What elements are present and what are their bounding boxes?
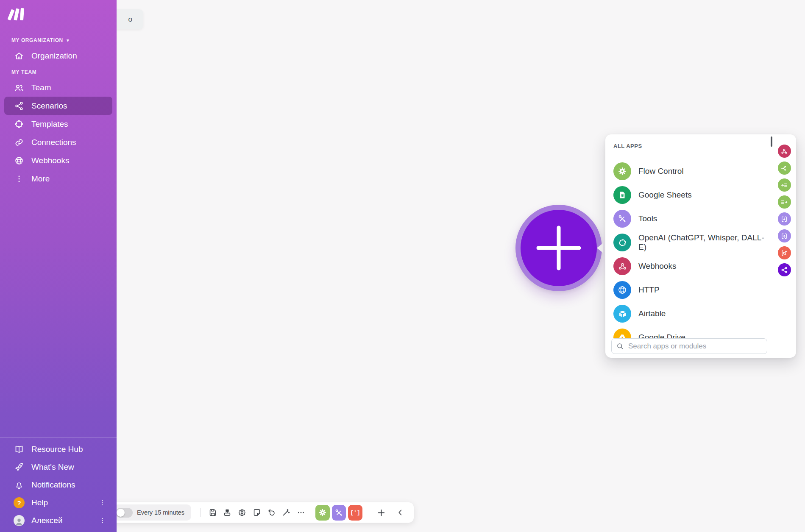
- app-row-tools[interactable]: Tools: [613, 207, 772, 231]
- more-options-button[interactable]: [294, 505, 308, 520]
- sidebar-item-organization[interactable]: Organization: [4, 47, 112, 65]
- picker-header: ALL APPS: [613, 143, 642, 149]
- app-row-flow-control[interactable]: Flow Control: [613, 159, 772, 183]
- scheduling-toggle[interactable]: [116, 508, 133, 518]
- avatar: [14, 515, 25, 526]
- sidebar-item-templates[interactable]: Templates: [4, 115, 112, 133]
- text-parser-glyph: [']: [350, 510, 360, 516]
- sidebar-item-scenarios[interactable]: Scenarios: [4, 97, 112, 115]
- organization-switcher[interactable]: MY ORGANIZATION ▼: [0, 33, 117, 47]
- sidebar-item-label: More: [31, 174, 50, 184]
- aggregator-icon[interactable]: [778, 195, 791, 209]
- undo-button[interactable]: [265, 505, 279, 520]
- tools-button[interactable]: [332, 505, 346, 521]
- sidebar-item-label: Scenarios: [31, 101, 67, 111]
- plus-icon: [533, 223, 584, 273]
- app-label: Airtable: [638, 309, 666, 318]
- globe-icon: [613, 281, 631, 299]
- sidebar-item-label: Webhooks: [31, 156, 69, 165]
- sidebar-item-label: Help: [31, 498, 48, 507]
- sidebar-item-more[interactable]: More: [4, 170, 112, 188]
- app-label: Webhooks: [638, 262, 676, 271]
- chevron-down-icon: ▼: [66, 38, 70, 43]
- gear-icon: [318, 508, 327, 517]
- app-label: Flow Control: [638, 167, 684, 176]
- app-row-openai[interactable]: OpenAI (ChatGPT, Whisper, DALL-E): [613, 231, 772, 254]
- toggle-knob: [117, 509, 125, 517]
- app-label: HTTP: [638, 285, 660, 295]
- router-icon[interactable]: [778, 162, 791, 175]
- favorites-rail: [772, 145, 796, 276]
- app-search[interactable]: [611, 338, 767, 354]
- webhook-icon: [613, 257, 631, 275]
- tools-icon: [334, 508, 343, 517]
- google-sheets-icon: [613, 186, 631, 204]
- flow-control-icon: [613, 162, 631, 180]
- iterator-icon[interactable]: [778, 178, 791, 192]
- sidebar-item-resource-hub[interactable]: Resource Hub: [4, 440, 112, 458]
- module-picker-panel: ALL APPS Flow Control: [605, 134, 796, 358]
- sidebar-item-user[interactable]: Алексей: [4, 512, 112, 529]
- sidebar-item-label: Templates: [31, 120, 68, 129]
- bell-icon: [14, 479, 25, 490]
- sidebar-item-label: Resource Hub: [31, 445, 83, 454]
- team-icon: [14, 82, 25, 93]
- app-label: OpenAI (ChatGPT, Whisper, DALL-E): [638, 233, 772, 252]
- toolbar-divider: [201, 508, 201, 517]
- puzzle-icon: [14, 119, 25, 130]
- add-module-toolbar-button[interactable]: [375, 505, 388, 520]
- sidebar-item-whats-new[interactable]: What's New: [4, 458, 112, 476]
- text-parser-button[interactable]: [']: [348, 505, 362, 521]
- sidebar-item-label: Team: [31, 83, 51, 92]
- text-parser-icon[interactable]: [778, 246, 791, 259]
- app-row-google-drive[interactable]: Google Drive: [613, 326, 772, 338]
- sidebar-divider: [0, 437, 117, 438]
- schedule-interval-label[interactable]: Every 15 minutes: [137, 509, 184, 516]
- rocket-icon: [14, 462, 25, 473]
- add-module-button[interactable]: [515, 205, 602, 291]
- save-button[interactable]: [206, 505, 220, 520]
- flow-control-button[interactable]: [315, 505, 329, 521]
- home-icon: [14, 50, 25, 61]
- openai-icon: [613, 234, 631, 251]
- scheduling-box: Every 15 minutes: [114, 504, 191, 521]
- magic-wand-button[interactable]: [279, 505, 293, 520]
- sidebar-item-label: What's New: [31, 462, 74, 472]
- organization-label: MY ORGANIZATION: [11, 37, 63, 43]
- add-module-inner: [521, 210, 597, 286]
- sidebar-item-connections[interactable]: Connections: [4, 133, 112, 151]
- make-logo: [8, 7, 27, 22]
- scenario-name-text: o: [128, 15, 132, 24]
- scenario-toolbar: Every 15 minutes: [111, 502, 414, 523]
- settings-button[interactable]: [235, 505, 249, 520]
- webhook-icon[interactable]: [778, 145, 791, 158]
- app-row-google-sheets[interactable]: Google Sheets: [613, 183, 772, 207]
- align-modules-button[interactable]: [221, 505, 234, 520]
- sidebar-item-label: Connections: [31, 138, 76, 147]
- tools-icon: [613, 210, 631, 228]
- dots-vertical-icon: [14, 173, 25, 184]
- collapse-toolbar-button[interactable]: [393, 505, 407, 520]
- app-row-http[interactable]: HTTP: [613, 278, 772, 302]
- app-label: Google Sheets: [638, 190, 692, 200]
- sidebar-item-help[interactable]: ? Help: [4, 494, 112, 512]
- share-network-icon[interactable]: [778, 263, 791, 276]
- google-drive-icon: [613, 329, 631, 338]
- notes-button[interactable]: [250, 505, 264, 520]
- team-section-label: MY TEAM: [0, 65, 117, 78]
- sidebar-item-notifications[interactable]: Notifications: [4, 476, 112, 494]
- sidebar-item-team[interactable]: Team: [4, 78, 112, 97]
- help-menu-button[interactable]: [99, 499, 106, 507]
- search-input[interactable]: [627, 342, 763, 351]
- module-output-icon[interactable]: [778, 229, 791, 242]
- globe-icon: [14, 155, 25, 166]
- sidebar-item-label: Notifications: [31, 480, 75, 490]
- search-icon: [616, 342, 624, 350]
- app-row-webhooks[interactable]: Webhooks: [613, 254, 772, 278]
- app-label: Google Drive: [638, 333, 685, 338]
- question-badge-icon: ?: [14, 497, 25, 508]
- app-row-airtable[interactable]: Airtable: [613, 302, 772, 326]
- module-input-icon[interactable]: [778, 212, 791, 226]
- sidebar-item-webhooks[interactable]: Webhooks: [4, 151, 112, 170]
- user-menu-button[interactable]: [99, 517, 106, 524]
